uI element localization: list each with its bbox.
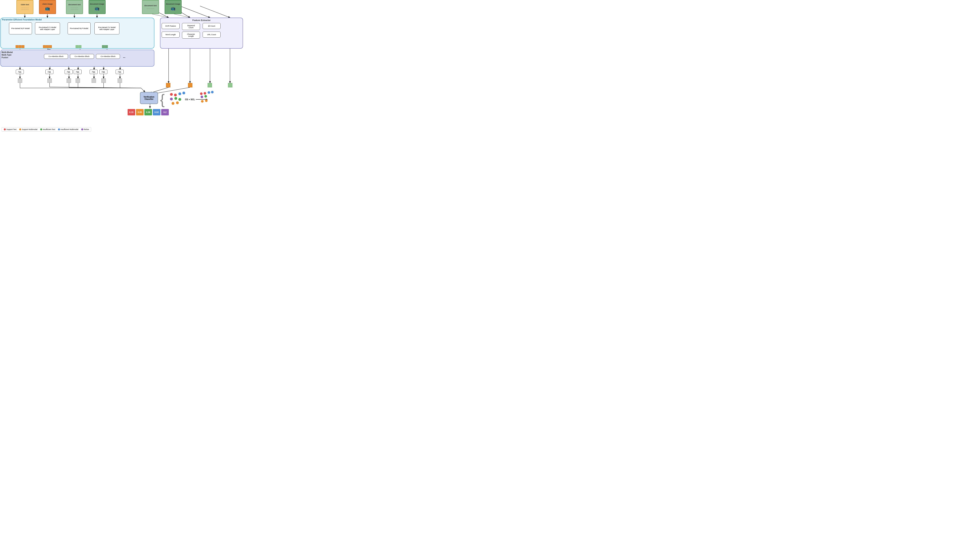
nlp-model-1: Pre-trained NLP Model bbox=[9, 22, 32, 34]
claim-image-icon: 📺 bbox=[45, 6, 50, 11]
feature-at-count: @ Count bbox=[203, 23, 221, 29]
gray-sq-2 bbox=[48, 78, 52, 83]
agg-3: Agg. bbox=[65, 70, 73, 74]
legend: Support Text Support Multimodal Insuffic… bbox=[2, 127, 91, 132]
doc-image-card: document image 📺 bbox=[89, 0, 106, 14]
svg-line-38 bbox=[69, 88, 141, 88]
feature-char-length: CharacterLength bbox=[182, 32, 200, 38]
gray-sq-4 bbox=[76, 78, 80, 83]
doc-image-card2: document image 📺 bbox=[165, 0, 181, 14]
gray-sq-1 bbox=[18, 78, 22, 83]
scatter-dot-p1 bbox=[170, 98, 173, 100]
verif-classifier: VerificationClassifier bbox=[140, 92, 158, 104]
gray-sq-5 bbox=[92, 78, 96, 83]
coatt-3: Co-Attention Block bbox=[96, 54, 120, 59]
embed-group-3 bbox=[76, 45, 81, 48]
embed-sq-3b bbox=[79, 45, 81, 48]
embed-sq-1b bbox=[19, 45, 21, 48]
scatter-dot2-p1 bbox=[200, 95, 203, 98]
claim-text-label: claim text bbox=[21, 4, 29, 6]
cv-model-1: Pre-trained CV Modelwith Adapter Layer bbox=[35, 22, 60, 34]
claim-image-card: claim image 📺 bbox=[39, 0, 56, 14]
svg-line-56 bbox=[174, 14, 190, 18]
coatt-1: Co-Attention Block bbox=[44, 54, 68, 59]
score-box-1: 0.15 bbox=[127, 109, 135, 115]
legend-insufficient-text: Insufficient Text bbox=[40, 129, 55, 130]
legend-dot-insufficient-multimodal bbox=[58, 129, 60, 130]
scatter-dot-b1 bbox=[178, 92, 181, 95]
gray-sq-3 bbox=[67, 78, 71, 83]
curly-brace: { bbox=[160, 92, 165, 107]
scatter-dot2-b1 bbox=[208, 91, 210, 94]
feature-word-length: Word Length bbox=[162, 32, 180, 38]
legend-dot-refute bbox=[81, 129, 83, 130]
scatter-dot2-b2 bbox=[211, 91, 213, 94]
cv-model-2: Pre-trained CV Modelwith Adapter Layer bbox=[94, 22, 119, 34]
scatter-dot-o1 bbox=[172, 102, 174, 105]
svg-line-51 bbox=[200, 6, 230, 18]
feat-out-sq-3 bbox=[208, 83, 212, 88]
doc-image-label: document image bbox=[90, 3, 104, 5]
legend-support-multimodal: Support Multimodal bbox=[19, 129, 37, 130]
svg-line-42 bbox=[141, 88, 145, 92]
claim-text-lines2: ............ bbox=[21, 8, 29, 10]
feat-out-sq-1 bbox=[166, 83, 170, 88]
scatter-dot2-g1 bbox=[204, 95, 207, 98]
embed-sq-2c bbox=[49, 45, 52, 48]
agg-2: Agg. bbox=[45, 70, 53, 74]
agg-5: Agg. bbox=[90, 70, 98, 74]
feature-extractor-title: Feature Extractor bbox=[180, 19, 223, 21]
svg-line-36 bbox=[49, 87, 141, 88]
main-diagram: claim text ............ ............ cla… bbox=[0, 0, 245, 133]
agg-4: Agg. bbox=[73, 70, 81, 74]
svg-line-50 bbox=[180, 6, 210, 18]
scatter-dot-g1 bbox=[174, 97, 177, 100]
claim-text-card: claim text ............ ............ bbox=[16, 0, 33, 14]
embed-group-1 bbox=[16, 45, 24, 48]
scatter-dot2-o2 bbox=[205, 99, 208, 102]
embed-group-2 bbox=[43, 45, 52, 48]
ellipsis: ... bbox=[123, 55, 126, 59]
scatter-dot2-o1 bbox=[201, 100, 204, 103]
doc-text-label: document text bbox=[68, 4, 81, 6]
feature-ocr: OCR Feature bbox=[162, 23, 180, 29]
agg-6: Agg. bbox=[99, 70, 107, 74]
score-box-3: 0.58 bbox=[145, 109, 152, 115]
feat-out-sq-4 bbox=[228, 83, 232, 88]
embed-group-4 bbox=[102, 45, 108, 48]
legend-refute: Refute bbox=[81, 129, 89, 130]
feature-url-count: URL Count bbox=[203, 32, 221, 38]
embed-sq-3a bbox=[76, 45, 78, 48]
embed-sq-1a bbox=[16, 45, 18, 48]
legend-dot-support-multimodal bbox=[19, 129, 21, 130]
doc-image-icon: 📺 bbox=[95, 6, 100, 11]
fusion-label: Multi-Modal Multi-Type Fusion bbox=[2, 51, 13, 59]
feat-out-sq-2 bbox=[188, 83, 192, 88]
scatter-dot-o2 bbox=[176, 102, 179, 104]
doc-text-label2: document text bbox=[145, 5, 157, 7]
gray-sq-6 bbox=[102, 78, 106, 83]
ce-scl-label: CE + SCL bbox=[185, 98, 195, 100]
doc-text-card: document text ............ ............ bbox=[66, 0, 83, 14]
legend-dot-insufficient-text bbox=[40, 129, 42, 130]
doc-text-lines: ............ bbox=[71, 6, 78, 8]
coatt-2: Co-Attention Block bbox=[70, 54, 94, 59]
embed-sq-1c bbox=[22, 45, 24, 48]
claim-image-label: claim image bbox=[42, 3, 53, 5]
doc-image-label2: document image bbox=[166, 3, 180, 5]
gray-sq-7 bbox=[118, 78, 122, 83]
agg-7: Agg. bbox=[116, 70, 124, 74]
legend-insufficient-multimodal: Insufficient Multimodal bbox=[58, 129, 78, 130]
scatter-dot-g2 bbox=[178, 98, 181, 101]
ce-scl-arrow-group: CE + SCL bbox=[185, 98, 208, 101]
scatter-dot-r2 bbox=[174, 94, 177, 96]
feature-stopword: StopwordCount bbox=[182, 23, 200, 30]
score-box-4: 0.02 bbox=[153, 109, 161, 115]
embed-sq-4a bbox=[102, 45, 105, 48]
doc-text-lines2: ............ bbox=[71, 8, 78, 10]
score-box-5: 0.2 bbox=[161, 109, 169, 115]
embed-sq-2b bbox=[46, 45, 49, 48]
scatter-dot-r1 bbox=[170, 93, 173, 96]
svg-line-55 bbox=[152, 14, 169, 18]
legend-dot-support-text bbox=[4, 129, 6, 130]
